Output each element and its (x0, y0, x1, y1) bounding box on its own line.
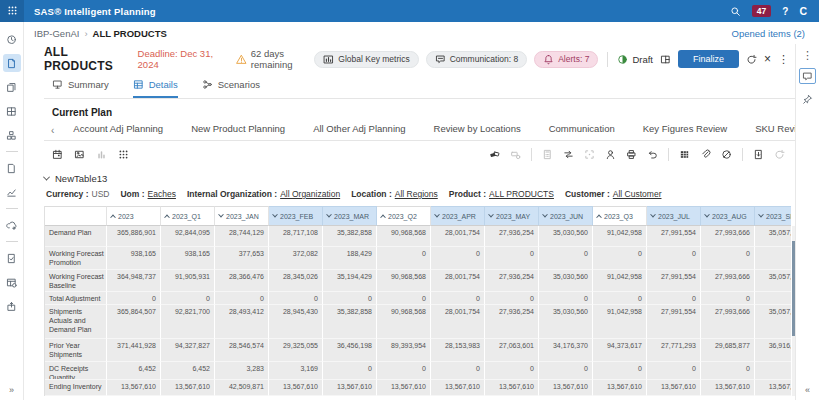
table-cell[interactable]: 0 (647, 362, 701, 380)
column-header-2023_sep[interactable]: 2023_SEP (755, 206, 791, 226)
filter-value[interactable]: All Regions (395, 189, 438, 199)
table-cell[interactable]: 0 (431, 362, 485, 380)
column-header-2023_jun[interactable]: 2023_JUN (539, 206, 593, 226)
filter-value[interactable]: All Customer (613, 189, 662, 199)
expand-rail-button[interactable]: » (9, 385, 14, 395)
table-cell[interactable]: 365,886,901 (107, 226, 161, 247)
table-cell[interactable]: 42,509,871 (215, 380, 269, 396)
table-cell[interactable]: 94,373,617 (593, 339, 647, 362)
sidebar-item-analytics[interactable] (3, 183, 21, 201)
table-cell[interactable]: 27,991,554 (647, 305, 701, 339)
row-label[interactable]: DC Receipts Quantity (45, 362, 107, 380)
undo-button[interactable] (647, 149, 658, 160)
table-cell[interactable]: 28,001,754 (431, 270, 485, 292)
tab-details[interactable]: Details (133, 79, 178, 98)
table-cell[interactable]: 3,283 (215, 362, 269, 380)
filter-value[interactable]: ALL PRODUCTS (489, 189, 554, 199)
sidebar-item-plans[interactable] (3, 54, 21, 72)
table-cell[interactable]: 28,001,754 (431, 226, 485, 247)
table-cell[interactable]: 27,993,666 (701, 270, 755, 292)
table-cell[interactable]: 27,936,254 (485, 305, 539, 339)
table-cell[interactable]: 27,936,254 (485, 226, 539, 247)
image-button[interactable] (74, 149, 85, 160)
sidebar-item-documents[interactable] (3, 78, 21, 96)
table-cell[interactable]: 27,991,554 (647, 270, 701, 292)
subtab-all-other-adj-planning[interactable]: All Other Adj Planning (299, 123, 419, 140)
table-cell[interactable]: 28,366,476 (215, 270, 269, 292)
table-cell[interactable]: 27,993,666 (701, 226, 755, 247)
panel-item-quick-actions[interactable] (799, 91, 816, 107)
grid-dots-button[interactable] (118, 149, 129, 160)
table-cell[interactable]: 27,936,254 (485, 270, 539, 292)
table-cell[interactable]: 0 (593, 362, 647, 380)
subtab-key-figures-review[interactable]: Key Figures Review (629, 123, 741, 140)
column-header-2023_jul[interactable]: 2023_JUL (647, 206, 701, 226)
pill-bell[interactable]: Alerts: 7 (534, 51, 598, 68)
table-cell[interactable]: 0 (431, 292, 485, 305)
opened-items-link[interactable]: Opened items (2) (732, 28, 805, 39)
subtab-review-by-locations[interactable]: Review by Locations (420, 123, 535, 140)
refresh-button[interactable] (746, 54, 757, 65)
notifications-badge[interactable]: 47 (752, 5, 771, 17)
column-header-2023[interactable]: 2023 (107, 206, 161, 226)
row-label[interactable]: Prior Year Shipments (45, 339, 107, 362)
panel-view-button[interactable] (660, 54, 671, 65)
column-header-2023_q3[interactable]: 2023_Q3 (593, 206, 647, 226)
column-header-2023_mar[interactable]: 2023_MAR (323, 206, 377, 226)
table-cell[interactable]: 0 (485, 247, 539, 270)
tab-summary[interactable]: Summary (52, 79, 109, 98)
filter-value[interactable]: Eaches (148, 189, 176, 199)
table-cell[interactable]: 13,567,610 (161, 380, 215, 396)
table-cell[interactable]: 0 (701, 292, 755, 305)
subtab-account-adj-planning[interactable]: Account Adj Planning (59, 123, 177, 140)
table-cell[interactable]: 0 (323, 292, 377, 305)
table-cell[interactable]: 0 (701, 247, 755, 270)
help-button[interactable]: ? (782, 6, 788, 17)
table-cell[interactable]: 0 (539, 362, 593, 380)
search-icon[interactable] (730, 6, 741, 17)
table-cell[interactable]: 92,821,700 (161, 305, 215, 339)
table-cell[interactable]: 36,916, (755, 339, 791, 362)
column-header-2023_q2[interactable]: 2023_Q2 (377, 206, 431, 226)
table-cell[interactable]: 0 (215, 292, 269, 305)
table-cell[interactable]: 34,176,370 (539, 339, 593, 362)
table-cell[interactable]: 0 (431, 247, 485, 270)
table-cell[interactable]: 188,429 (323, 247, 377, 270)
table-cell[interactable]: 29,685,877 (701, 339, 755, 362)
table-cell[interactable]: 28,945,430 (269, 305, 323, 339)
breadcrumb-parent[interactable]: IBP-GenAI (34, 28, 79, 39)
table-cell[interactable]: 35,382,858 (323, 305, 377, 339)
table-cell[interactable]: 0 (647, 247, 701, 270)
user-avatar[interactable]: C (799, 5, 807, 17)
panel-item-comments[interactable] (799, 68, 816, 84)
table-cell[interactable]: 0 (377, 292, 431, 305)
table-cell[interactable]: 0 (647, 292, 701, 305)
table-cell[interactable]: 0 (269, 292, 323, 305)
subtab-sku-review[interactable]: SKU Review (741, 123, 795, 140)
sidebar-item-data-settings[interactable] (3, 273, 21, 291)
table-cell[interactable]: 91,042,958 (593, 305, 647, 339)
subtabs-prev-icon[interactable]: ‹ (46, 125, 59, 140)
table-cell[interactable]: 13,567,610 (485, 380, 539, 396)
table-cell[interactable]: 28,345,026 (269, 270, 323, 292)
table-cell[interactable] (755, 247, 791, 270)
table-cell[interactable]: 13,567,610 (539, 380, 593, 396)
table-cell[interactable]: 0 (485, 362, 539, 380)
column-header-2023_aug[interactable]: 2023_AUG (701, 206, 755, 226)
table-cell[interactable]: 0 (323, 362, 377, 380)
table-cell[interactable]: 13,567,610 (323, 380, 377, 396)
table-cell[interactable]: 0 (377, 247, 431, 270)
table-cell[interactable]: 0 (485, 292, 539, 305)
tab-scenarios[interactable]: Scenarios (202, 79, 260, 98)
table-cell[interactable]: 0 (701, 362, 755, 380)
table-cell[interactable]: 938,165 (107, 247, 161, 270)
table-cell[interactable]: 0 (593, 292, 647, 305)
table-cell[interactable]: 13,567,610 (377, 380, 431, 396)
table-title[interactable]: NewTable13 (44, 173, 795, 184)
table-cell[interactable]: 28,153,983 (431, 339, 485, 362)
subtab-new-product-planning[interactable]: New Product Planning (177, 123, 299, 140)
table-cell[interactable]: 91,905,931 (161, 270, 215, 292)
table-cell[interactable]: 90,968,568 (377, 226, 431, 247)
table-cell[interactable]: 6,452 (161, 362, 215, 380)
table-cell[interactable]: 0 (107, 292, 161, 305)
